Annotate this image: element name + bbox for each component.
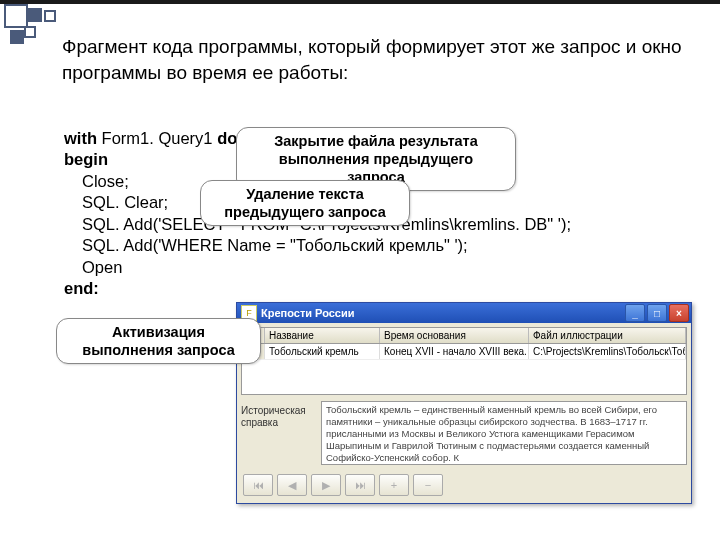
app-window: F Крепости России _ □ × Название Время о… (236, 302, 692, 504)
grid-row[interactable]: ▶ Тобольский кремль Конец XVII - начало … (242, 344, 686, 359)
minimize-button[interactable]: _ (625, 304, 645, 322)
window-title: Крепости России (261, 307, 623, 319)
cell-time: Конец XVII - начало XVIII века. (380, 344, 529, 359)
history-memo[interactable]: Тобольский кремль – единственный каменны… (321, 401, 687, 465)
nav-delete-button[interactable]: − (413, 474, 443, 496)
data-grid[interactable]: Название Время основания Файл иллюстраци… (241, 327, 687, 395)
grid-header-time[interactable]: Время основания (380, 328, 529, 343)
history-label: Историческая справка (241, 401, 317, 465)
nav-last-button[interactable]: ⏭ (345, 474, 375, 496)
callout-open: Активизация выполнения запроса (56, 318, 261, 364)
nav-insert-button[interactable]: + (379, 474, 409, 496)
grid-header-file[interactable]: Файл иллюстрации (529, 328, 686, 343)
close-button[interactable]: × (669, 304, 689, 322)
callout-clear-sql: Удаление текста предыдущего запроса (200, 180, 410, 226)
maximize-button[interactable]: □ (647, 304, 667, 322)
cell-file: C:\Projects\Kremlins\Тобольск\Тобол (529, 344, 686, 359)
slide-heading: Фрагмент кода программы, который формиру… (62, 34, 700, 85)
nav-next-button[interactable]: ▶ (311, 474, 341, 496)
cell-name: Тобольский кремль (265, 344, 380, 359)
db-navigator: ⏮ ◀ ▶ ⏭ + − (241, 471, 687, 499)
window-titlebar[interactable]: F Крепости России _ □ × (237, 303, 691, 323)
nav-prev-button[interactable]: ◀ (277, 474, 307, 496)
grid-header-name[interactable]: Название (265, 328, 380, 343)
nav-first-button[interactable]: ⏮ (243, 474, 273, 496)
